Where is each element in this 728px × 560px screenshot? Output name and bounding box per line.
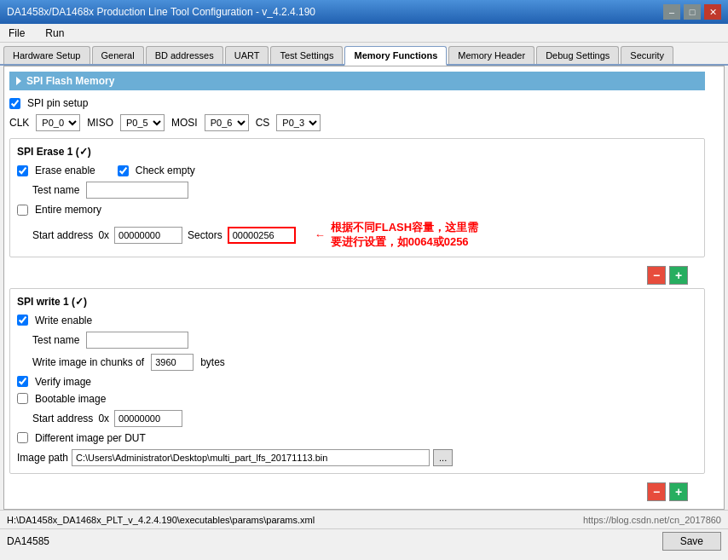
device-label: DA14585 <box>7 535 49 547</box>
status-path: H:\DA1458x_DA1468x_PLT_v_4.2.4.190\execu… <box>7 515 315 525</box>
clk-label: CLK <box>9 117 29 129</box>
bottom-bar: DA14585 Save <box>0 528 728 552</box>
erase-remove-button[interactable]: − <box>647 266 666 285</box>
different-image-row: Different image per DUT <box>17 432 697 444</box>
write-test-name-label: Test name <box>32 334 79 346</box>
save-button[interactable]: Save <box>662 532 721 551</box>
spi-pin-setup-label: SPI pin setup <box>27 97 88 109</box>
minimize-button[interactable]: – <box>663 4 680 20</box>
different-image-label: Different image per DUT <box>35 432 146 444</box>
scrollable-content[interactable]: SPI Flash Memory SPI pin setup CLK P0_0P… <box>4 66 724 509</box>
clk-select[interactable]: P0_0P0_1P0_2 <box>36 114 80 131</box>
start-address-input[interactable] <box>114 227 182 244</box>
write-add-button[interactable]: + <box>669 482 688 501</box>
verify-image-checkbox[interactable] <box>17 376 28 387</box>
menu-bar: File Run <box>0 24 728 43</box>
tab-test-settings[interactable]: Test Settings <box>270 46 343 64</box>
spi-erase-panel: SPI Erase 1 (✓) Erase enable Check empty… <box>9 138 705 257</box>
write-chunks-label: Write image in chunks of <box>32 356 144 368</box>
browse-button[interactable]: ... <box>433 449 453 466</box>
test-name-label: Test name <box>32 184 79 196</box>
write-test-name-input[interactable] <box>86 332 188 349</box>
annotation-arrow-icon: ← <box>315 228 326 241</box>
status-url: https://blog.csdn.net/cn_2017860 <box>583 515 721 525</box>
entire-memory-row: Entire memory <box>17 204 697 216</box>
tab-general[interactable]: General <box>92 46 144 64</box>
bootable-image-label: Bootable image <box>35 393 106 405</box>
miso-label: MISO <box>87 117 113 129</box>
close-button[interactable]: ✕ <box>704 4 721 20</box>
mosi-label: MOSI <box>171 117 198 129</box>
image-path-input[interactable]: C:\Users\Administrator\Desktop\multi_par… <box>72 449 430 466</box>
write-start-address-label: Start address <box>32 413 93 424</box>
tab-uart[interactable]: UART <box>225 46 269 64</box>
spi-pin-setup-row: SPI pin setup <box>9 97 705 109</box>
write-enable-label: Write enable <box>35 315 92 326</box>
write-enable-row: Write enable <box>17 315 697 326</box>
write-side-buttons: − + <box>9 482 705 501</box>
mosi-select[interactable]: P0_6P0_5P0_7 <box>205 114 249 131</box>
tab-memory-header[interactable]: Memory Header <box>448 46 534 64</box>
spi-pins-row: CLK P0_0P0_1P0_2 MISO P0_5P0_4P0_6 MOSI … <box>9 114 705 131</box>
erase-enable-checkbox[interactable] <box>17 165 28 176</box>
tab-memory-functions[interactable]: Memory Functions <box>344 46 447 66</box>
tab-bar: Hardware Setup General BD addresses UART… <box>0 43 728 66</box>
collapse-triangle-icon <box>16 77 21 85</box>
write-test-name-row: Test name <box>17 332 697 349</box>
sectors-label: Sectors <box>188 229 222 241</box>
status-bar: H:\DA1458x_DA1468x_PLT_v_4.2.4.190\execu… <box>0 510 728 528</box>
title-bar: DA1458x/DA1468x Production Line Tool Con… <box>0 0 728 24</box>
tab-hardware-setup[interactable]: Hardware Setup <box>3 46 90 64</box>
write-remove-button[interactable]: − <box>647 482 666 501</box>
image-path-row: Image path C:\Users\Administrator\Deskto… <box>17 449 697 466</box>
spi-write-title: SPI write 1 (✓) <box>17 296 697 308</box>
tab-debug-settings[interactable]: Debug Settings <box>536 46 619 64</box>
maximize-button[interactable]: □ <box>684 4 701 20</box>
write-start-address-prefix: 0x <box>98 413 109 424</box>
entire-memory-label: Entire memory <box>35 204 101 216</box>
bootable-image-row: Bootable image <box>17 393 697 405</box>
bootable-image-checkbox[interactable] <box>17 393 28 404</box>
test-name-row: Test name <box>17 182 697 199</box>
spi-erase-title: SPI Erase 1 (✓) <box>17 146 697 158</box>
check-empty-label: Check empty <box>136 165 195 176</box>
cs-select[interactable]: P0_3P0_2P0_4 <box>276 114 321 131</box>
cs-label: CS <box>256 117 270 129</box>
erase-enable-label: Erase enable <box>35 165 95 176</box>
verify-image-row: Verify image <box>17 376 697 388</box>
main-content-area: SPI Flash Memory SPI pin setup CLK P0_0P… <box>3 66 725 510</box>
start-address-label: Start address <box>32 229 93 241</box>
verify-image-label: Verify image <box>35 376 91 388</box>
spi-pin-setup-checkbox[interactable] <box>9 98 20 109</box>
section-header: SPI Flash Memory <box>9 72 705 90</box>
start-address-prefix: 0x <box>98 229 109 241</box>
tab-bd-addresses[interactable]: BD addresses <box>146 46 223 64</box>
image-path-label: Image path <box>17 452 68 464</box>
write-chunks-input[interactable] <box>151 354 194 371</box>
window-title: DA1458x/DA1468x Production Line Tool Con… <box>7 6 315 18</box>
erase-side-buttons: − + <box>9 266 705 285</box>
write-start-address-input[interactable] <box>114 410 182 427</box>
sectors-input[interactable] <box>228 227 296 244</box>
write-address-row: Start address 0x <box>32 410 697 427</box>
erase-options-row: Erase enable Check empty <box>17 165 697 176</box>
menu-run[interactable]: Run <box>40 26 69 41</box>
entire-memory-checkbox[interactable] <box>17 205 28 216</box>
test-name-input[interactable] <box>86 182 188 199</box>
write-enable-checkbox[interactable] <box>17 315 28 326</box>
write-chunks-row: Write image in chunks of bytes <box>17 354 697 371</box>
section-title: SPI Flash Memory <box>26 75 114 87</box>
window-controls: – □ ✕ <box>663 4 721 20</box>
different-image-checkbox[interactable] <box>17 432 28 443</box>
menu-file[interactable]: File <box>3 26 30 41</box>
spi-write-panel: SPI write 1 (✓) Write enable Test name W… <box>9 288 705 474</box>
tab-security[interactable]: Security <box>621 46 673 64</box>
erase-add-button[interactable]: + <box>669 266 688 285</box>
annotation-text: 根据不同FLASH容量，这里需 要进行设置，如0064或0256 <box>331 221 478 250</box>
bytes-label: bytes <box>200 356 225 368</box>
address-sectors-row: Start address 0x Sectors ← 根据不同FLASH容量，这… <box>17 221 697 250</box>
miso-select[interactable]: P0_5P0_4P0_6 <box>120 114 165 131</box>
check-empty-checkbox[interactable] <box>118 165 129 176</box>
